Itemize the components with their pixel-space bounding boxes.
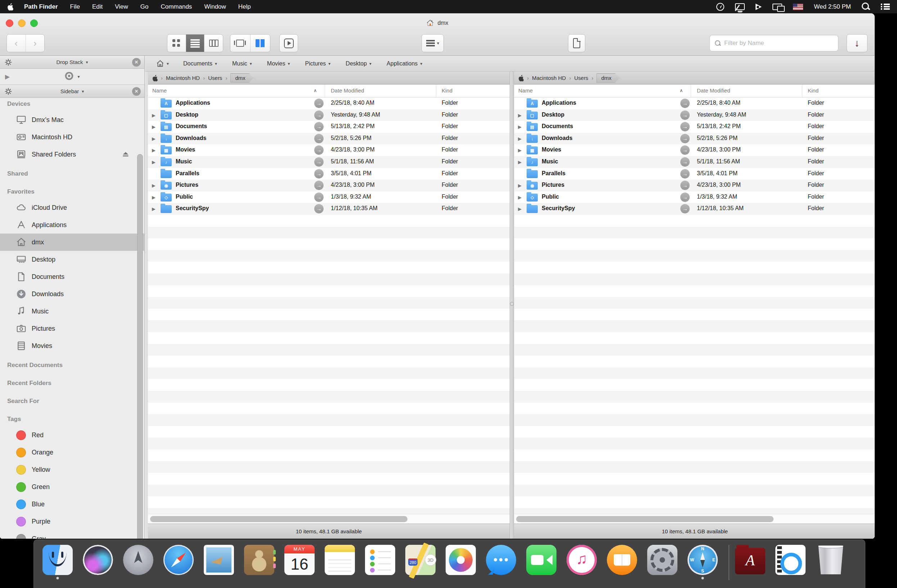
- dock-icon-calendar[interactable]: MAY16: [284, 545, 315, 575]
- table-row-parallels[interactable]: Parallels→3/5/18, 4:01 PMFolder: [514, 168, 875, 180]
- column-header-kind[interactable]: Kind: [442, 87, 453, 93]
- icon-view-button[interactable]: [167, 35, 186, 52]
- sidebar-item-red[interactable]: Red: [0, 426, 144, 444]
- breadcrumb-dmx[interactable]: dmx: [597, 73, 620, 83]
- sidebar-item-icloud-drive[interactable]: iCloud Drive: [0, 199, 144, 216]
- open-folder-arrow-button[interactable]: →: [680, 192, 690, 202]
- table-row-movies[interactable]: ▶▦Movies→4/23/18, 3:00 PMFolder: [148, 144, 510, 156]
- dual-pane-button[interactable]: [250, 35, 270, 52]
- scrollbar-thumb[interactable]: [516, 516, 773, 522]
- open-folder-arrow-button[interactable]: →: [314, 122, 324, 131]
- breadcrumb-users[interactable]: Users: [574, 75, 588, 81]
- menu-help[interactable]: Help: [238, 3, 251, 10]
- open-folder-arrow-button[interactable]: →: [314, 181, 324, 190]
- apple-icon[interactable]: [518, 75, 524, 81]
- sidebar-item-downloads[interactable]: Downloads: [0, 286, 144, 302]
- table-row-downloads[interactable]: ▶↓Downloads→5/2/18, 5:26 PMFolder: [148, 133, 510, 145]
- gear-icon[interactable]: [4, 58, 13, 67]
- disclosure-triangle-icon[interactable]: ▶: [152, 159, 156, 165]
- sidebar-item-pictures[interactable]: Pictures: [0, 320, 144, 337]
- dock-icon-maps[interactable]: 2803D: [405, 545, 436, 575]
- favbar-item-desktop[interactable]: Desktop▾: [346, 60, 372, 67]
- table-row-public[interactable]: ▶◇Public→1/3/18, 9:32 AMFolder: [148, 191, 510, 203]
- disclosure-triangle-icon[interactable]: ▶: [518, 206, 522, 212]
- table-row-desktop[interactable]: ▶▢Desktop→Yesterday, 9:48 AMFolder: [514, 109, 875, 121]
- open-folder-arrow-button[interactable]: →: [680, 134, 690, 143]
- menu-commands[interactable]: Commands: [161, 3, 192, 10]
- table-row-documents[interactable]: ▶▤Documents→5/13/18, 2:42 PMFolder: [514, 121, 875, 133]
- breadcrumb-macintosh-hd[interactable]: Macintosh HD: [166, 75, 200, 81]
- table-row-downloads[interactable]: ▶↓Downloads→5/2/18, 5:26 PMFolder: [514, 133, 875, 145]
- gear-icon[interactable]: [4, 87, 13, 96]
- sidebar-item-macintosh-hd[interactable]: Macintosh HD: [0, 128, 144, 146]
- sidebar-item-shared-folders[interactable]: Shared Folders: [0, 146, 144, 163]
- open-folder-arrow-button[interactable]: →: [680, 99, 690, 108]
- disclosure-triangle-icon[interactable]: ▶: [518, 159, 522, 165]
- disclosure-triangle-icon[interactable]: ▶: [152, 148, 156, 153]
- dock-icon-pathfinder[interactable]: NSEW: [687, 545, 718, 575]
- dock-icon-reminders[interactable]: [365, 545, 395, 575]
- single-pane-button[interactable]: [230, 35, 250, 52]
- dock-icon-ibooks[interactable]: [607, 545, 637, 575]
- sidebar-item-desktop[interactable]: Desktop: [0, 251, 144, 268]
- open-folder-arrow-button[interactable]: →: [314, 99, 324, 108]
- disclosure-triangle-icon[interactable]: ▶: [518, 183, 522, 188]
- displays-icon[interactable]: [773, 4, 782, 10]
- column-header-kind[interactable]: Kind: [808, 87, 819, 93]
- view-options-button[interactable]: ▾: [421, 34, 444, 52]
- open-folder-arrow-button[interactable]: →: [680, 110, 690, 120]
- slideshow-button[interactable]: [279, 34, 298, 52]
- dock-icon-finder[interactable]: [43, 545, 73, 575]
- disclosure-triangle-icon[interactable]: ▶: [152, 113, 156, 118]
- menu-file[interactable]: File: [70, 3, 80, 10]
- open-folder-arrow-button[interactable]: →: [314, 134, 324, 143]
- horizontal-scrollbar[interactable]: [514, 514, 875, 524]
- disclosure-triangle-icon[interactable]: ▶: [518, 148, 522, 153]
- sidebar-item-documents[interactable]: Documents: [0, 268, 144, 286]
- video-icon[interactable]: [756, 4, 762, 10]
- table-row-applications[interactable]: AApplications→2/25/18, 8:40 AMFolder: [514, 98, 875, 109]
- menu-edit[interactable]: Edit: [92, 3, 103, 10]
- table-row-documents[interactable]: ▶▤Documents→5/13/18, 2:42 PMFolder: [148, 121, 510, 133]
- favbar-item-movies[interactable]: Movies▾: [267, 60, 290, 67]
- open-folder-arrow-button[interactable]: →: [680, 169, 690, 179]
- menu-window[interactable]: Window: [204, 3, 226, 10]
- dock-icon-facetime[interactable]: [526, 545, 557, 575]
- table-row-pictures[interactable]: ▶◉Pictures→4/23/18, 3:00 PMFolder: [514, 180, 875, 191]
- column-header-date-modified[interactable]: Date Modified: [697, 87, 730, 93]
- sidebar-item-music[interactable]: Music: [0, 302, 144, 320]
- dock-icon-acrobat[interactable]: [735, 548, 765, 574]
- dock-icon-photos[interactable]: [445, 545, 476, 575]
- open-folder-arrow-button[interactable]: →: [680, 181, 690, 190]
- open-folder-arrow-button[interactable]: →: [314, 157, 324, 166]
- column-header-name[interactable]: Name: [518, 87, 533, 93]
- favbar-item-documents[interactable]: Documents▾: [183, 60, 217, 67]
- notification-center-icon[interactable]: [881, 4, 890, 10]
- horizontal-scrollbar[interactable]: [148, 514, 510, 524]
- open-folder-arrow-button[interactable]: →: [314, 110, 324, 120]
- dock-icon-launchpad[interactable]: [123, 545, 153, 575]
- breadcrumb-macintosh-hd[interactable]: Macintosh HD: [532, 75, 566, 81]
- table-row-desktop[interactable]: ▶▢Desktop→Yesterday, 9:48 AMFolder: [148, 109, 510, 121]
- splitter-knob[interactable]: [510, 302, 514, 306]
- dock-icon-sysprefs[interactable]: [647, 545, 677, 575]
- table-row-movies[interactable]: ▶▦Movies→4/23/18, 3:00 PMFolder: [514, 144, 875, 156]
- eject-icon[interactable]: [121, 150, 130, 159]
- open-folder-arrow-button[interactable]: →: [314, 192, 324, 202]
- favorites-home-button[interactable]: ▾: [156, 60, 169, 68]
- sidebar-item-gray[interactable]: Gray: [0, 530, 144, 539]
- open-folder-arrow-button[interactable]: →: [314, 169, 324, 179]
- sidebar-panel-title[interactable]: Sidebar: [60, 88, 79, 94]
- table-row-music[interactable]: ▶♪Music→5/1/18, 11:56 AMFolder: [148, 156, 510, 168]
- menu-go[interactable]: Go: [140, 3, 148, 10]
- disclosure-triangle-icon[interactable]: ▶: [518, 195, 522, 200]
- dock-icon-safari[interactable]: [164, 545, 194, 575]
- sidebar-item-movies[interactable]: Movies: [0, 337, 144, 354]
- download-button[interactable]: ↓: [846, 34, 868, 52]
- dock-icon-itunes[interactable]: [566, 545, 597, 575]
- menu-view[interactable]: View: [115, 3, 128, 10]
- sidebar-item-dmx-s-mac[interactable]: Dmx’s Mac: [0, 111, 144, 128]
- app-menu-path-finder[interactable]: Path Finder: [24, 3, 58, 11]
- drop-stack-well[interactable]: ▶ ▾: [0, 69, 144, 85]
- sidebar-item-blue[interactable]: Blue: [0, 495, 144, 513]
